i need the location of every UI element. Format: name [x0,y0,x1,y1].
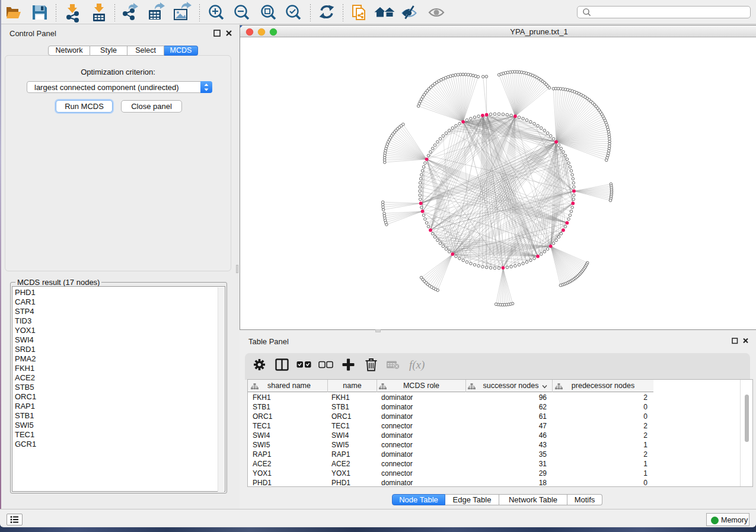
svg-text:f(x): f(x) [409,358,425,371]
